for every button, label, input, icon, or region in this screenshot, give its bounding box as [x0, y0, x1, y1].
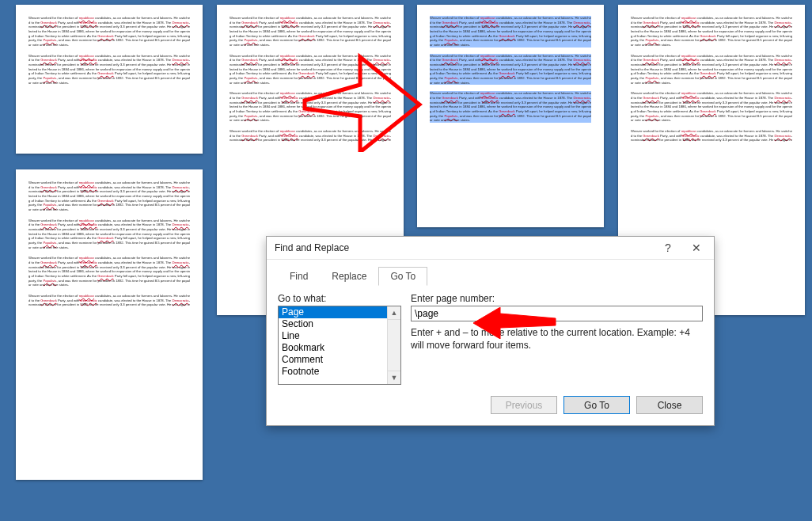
dialog-title: Find and Replace	[275, 242, 654, 253]
listbox-scrollbar[interactable]: ▲ ▼	[387, 306, 400, 384]
tab-goto[interactable]: Go To	[378, 267, 427, 286]
list-item[interactable]: Bookmark	[279, 342, 400, 354]
goto-button[interactable]: Go To	[563, 396, 630, 414]
scroll-up-icon[interactable]: ▲	[388, 306, 400, 320]
doc-page-3-selected[interactable]: Weaver worked for the election of republ…	[417, 5, 604, 227]
dialog-tabs: Find Replace Go To	[267, 260, 714, 285]
goto-what-listbox[interactable]: Page Section Line Bookmark Comment Footn…	[278, 306, 401, 385]
workspace: Weaver worked for the election of republ…	[0, 0, 812, 521]
goto-help-text: Enter + and – to move relative to the cu…	[411, 326, 703, 352]
previous-button: Previous	[491, 396, 557, 414]
page-number-label: Enter page number:	[411, 293, 703, 304]
find-replace-dialog: Find and Replace ? ✕ Find Replace Go To …	[266, 236, 715, 426]
list-item[interactable]: Footnote	[279, 366, 400, 378]
tab-replace[interactable]: Replace	[320, 267, 378, 286]
dialog-titlebar: Find and Replace ? ✕	[267, 237, 714, 260]
page-number-input[interactable]	[411, 306, 703, 321]
list-item[interactable]: Comment	[279, 354, 400, 366]
doc-page-1[interactable]: Weaver worked for the election of republ…	[16, 5, 203, 154]
help-button[interactable]: ?	[654, 239, 682, 257]
list-item[interactable]: Line	[279, 330, 400, 342]
scroll-down-icon[interactable]: ▼	[388, 371, 400, 384]
goto-what-label: Go to what:	[278, 293, 401, 304]
doc-page-5[interactable]: Weaver worked for the election of republ…	[16, 169, 203, 480]
tab-find[interactable]: Find	[278, 267, 320, 286]
list-item[interactable]: Page	[279, 306, 400, 318]
close-button[interactable]: Close	[636, 396, 703, 414]
close-icon[interactable]: ✕	[682, 239, 711, 257]
list-item[interactable]: Section	[279, 318, 400, 330]
